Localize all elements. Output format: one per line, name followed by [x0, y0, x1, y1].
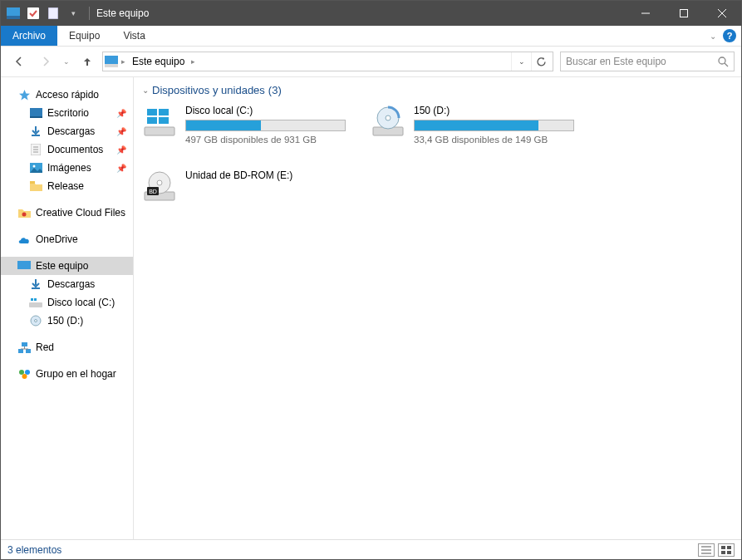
- svg-rect-33: [18, 349, 23, 353]
- this-pc-icon: [105, 55, 118, 68]
- svg-rect-24: [17, 261, 31, 269]
- breadcrumb-this-pc[interactable]: Este equipo: [129, 54, 188, 69]
- maximize-button[interactable]: [665, 1, 703, 26]
- title-bar: ▾ Este equipo: [1, 1, 741, 26]
- svg-rect-42: [159, 109, 169, 115]
- ribbon-expand-icon[interactable]: ⌄: [710, 32, 716, 41]
- ribbon-tabs: Archivo Equipo Vista ⌄ ?: [1, 26, 741, 47]
- sidebar-disk-d[interactable]: 150 (D:): [1, 312, 133, 330]
- tab-view[interactable]: Vista: [111, 26, 156, 46]
- svg-line-12: [725, 63, 728, 66]
- svg-rect-56: [721, 546, 725, 549]
- sidebar-item-label: Release: [47, 180, 84, 192]
- sidebar-item-label: OneDrive: [36, 233, 78, 245]
- qat-properties-icon[interactable]: [24, 4, 42, 22]
- pin-icon: 📌: [116, 127, 126, 136]
- breadcrumb-sep-icon[interactable]: ▸: [191, 57, 195, 66]
- pin-icon: 📌: [116, 109, 126, 118]
- pin-icon: 📌: [116, 164, 126, 173]
- drive-icon: [29, 296, 42, 309]
- content-pane: ⌄ Dispositivos y unidades (3) Disco loca…: [134, 77, 741, 539]
- sidebar-downloads[interactable]: Descargas 📌: [1, 122, 133, 140]
- star-icon: [17, 88, 31, 101]
- svg-rect-27: [29, 302, 42, 307]
- svg-point-39: [22, 374, 27, 379]
- address-dropdown-icon[interactable]: ⌄: [511, 52, 531, 71]
- svg-rect-15: [32, 135, 40, 136]
- svg-rect-3: [48, 7, 58, 19]
- sidebar-onedrive[interactable]: OneDrive: [1, 230, 133, 248]
- svg-rect-40: [145, 127, 174, 135]
- svg-rect-25: [17, 269, 31, 272]
- view-tiles-button[interactable]: [718, 543, 735, 557]
- svg-rect-28: [31, 298, 33, 301]
- sidebar-item-label: Red: [36, 341, 54, 353]
- drive-item[interactable]: Disco local (C:)497 GB disponibles de 93…: [142, 105, 346, 145]
- storage-bar: [185, 120, 346, 131]
- pin-icon: 📌: [116, 145, 126, 155]
- section-header-devices[interactable]: ⌄ Dispositivos y unidades (3): [142, 84, 733, 96]
- forward-button[interactable]: [34, 50, 57, 73]
- sidebar-item-label: Creative Cloud Files: [36, 207, 125, 219]
- svg-rect-26: [32, 287, 40, 289]
- sidebar-creative-cloud[interactable]: Creative Cloud Files: [1, 204, 133, 222]
- quick-access-toolbar: ▾: [1, 4, 86, 22]
- cloud-icon: [17, 233, 31, 246]
- qat-dropdown-icon[interactable]: ▾: [64, 4, 82, 22]
- drive-item[interactable]: 150 (D:)33,4 GB disponibles de 149 GB: [371, 105, 574, 145]
- sidebar-this-pc[interactable]: Este equipo: [1, 257, 133, 275]
- help-icon[interactable]: ?: [723, 29, 736, 42]
- sidebar-item-label: Descargas: [47, 125, 95, 137]
- sidebar-documents[interactable]: Documentos 📌: [1, 140, 133, 159]
- svg-point-50: [157, 180, 162, 185]
- status-count: 3 elementos: [7, 544, 61, 556]
- svg-rect-41: [147, 109, 157, 115]
- search-box[interactable]: Buscar en Este equipo: [560, 52, 735, 71]
- sidebar-item-label: Disco local (C:): [47, 297, 115, 308]
- up-button[interactable]: [76, 50, 99, 73]
- navigation-bar: ⌄ ▸ Este equipo ▸ ⌄ Buscar en Este equip…: [1, 47, 741, 76]
- close-button[interactable]: [703, 1, 741, 26]
- svg-rect-59: [727, 551, 731, 554]
- svg-point-38: [25, 370, 30, 375]
- drive-item[interactable]: BDUnidad de BD-ROM (E:): [142, 169, 346, 204]
- back-button[interactable]: [7, 50, 31, 73]
- svg-point-11: [719, 57, 725, 64]
- sidebar-desktop[interactable]: Escritorio 📌: [1, 104, 133, 122]
- breadcrumb-sep-icon[interactable]: ▸: [121, 57, 125, 66]
- drive-name: 150 (D:): [414, 105, 574, 116]
- view-details-button[interactable]: [698, 543, 715, 557]
- drive-icon: BD: [142, 169, 177, 204]
- sidebar-quick-access[interactable]: Acceso rápido: [1, 86, 133, 104]
- sidebar-homegroup[interactable]: Grupo en el hogar: [1, 365, 133, 383]
- app-icon[interactable]: [4, 4, 22, 22]
- svg-rect-1: [7, 16, 20, 19]
- svg-rect-32: [22, 342, 27, 346]
- sidebar-local-disk-c[interactable]: Disco local (C:): [1, 293, 133, 312]
- address-bar[interactable]: ▸ Este equipo ▸ ⌄: [102, 52, 553, 71]
- this-pc-icon: [17, 259, 31, 273]
- refresh-button[interactable]: [531, 52, 551, 71]
- svg-rect-2: [27, 7, 39, 19]
- download-icon: [29, 278, 42, 291]
- sidebar-network[interactable]: Red: [1, 338, 133, 356]
- svg-rect-6: [681, 10, 688, 17]
- sidebar-pictures[interactable]: Imágenes 📌: [1, 159, 133, 177]
- svg-rect-14: [30, 116, 42, 118]
- svg-rect-34: [26, 349, 31, 353]
- svg-point-23: [22, 213, 26, 217]
- creative-cloud-icon: [17, 206, 31, 219]
- svg-rect-10: [105, 64, 118, 67]
- svg-point-21: [32, 165, 35, 168]
- minimize-button[interactable]: [627, 1, 665, 26]
- sidebar-release[interactable]: Release: [1, 177, 133, 195]
- section-title: Dispositivos y unidades: [152, 84, 265, 96]
- homegroup-icon: [17, 367, 31, 381]
- qat-new-icon[interactable]: [44, 4, 62, 22]
- drive-name: Unidad de BD-ROM (E:): [185, 169, 346, 181]
- tab-file[interactable]: Archivo: [1, 26, 57, 46]
- tab-computer[interactable]: Equipo: [57, 26, 111, 46]
- recent-dropdown[interactable]: ⌄: [61, 50, 72, 73]
- svg-point-47: [386, 115, 391, 120]
- sidebar-this-pc-downloads[interactable]: Descargas: [1, 275, 133, 293]
